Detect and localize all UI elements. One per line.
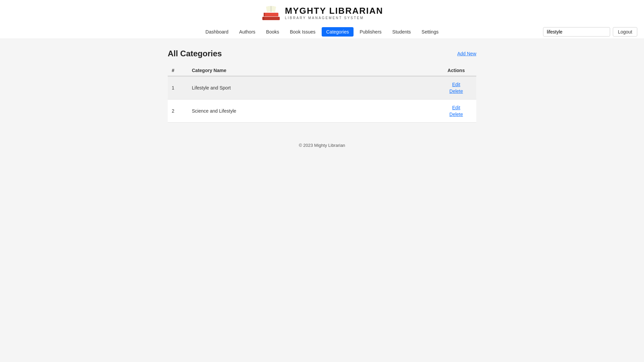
footer: © 2023 Mighty Librarian <box>0 133 644 158</box>
header: MYGHTY LIBRARIAN LIBRARY MANAGEMENT SYST… <box>0 0 644 39</box>
table-row: 1Lifestyle and SportEditDelete <box>168 76 476 100</box>
footer-text: © 2023 Mighty Librarian <box>299 143 345 148</box>
delete-link[interactable]: Delete <box>449 112 463 117</box>
table-header-row: # Category Name Actions <box>168 65 476 76</box>
svg-rect-0 <box>262 17 280 20</box>
row-actions: EditDelete <box>436 100 476 123</box>
logo-area: MYGHTY LIBRARIAN LIBRARY MANAGEMENT SYST… <box>261 3 383 22</box>
table-row: 2Science and LifestyleEditDelete <box>168 100 476 123</box>
col-number: # <box>168 65 188 76</box>
search-input[interactable] <box>543 27 610 37</box>
edit-link[interactable]: Edit <box>452 82 460 87</box>
nav-area: Dashboard Authors Books Book Issues Cate… <box>0 25 644 39</box>
delete-link[interactable]: Delete <box>449 88 463 94</box>
nav-links: Dashboard Authors Books Book Issues Cate… <box>201 27 443 37</box>
logout-button[interactable]: Logout <box>613 27 637 37</box>
nav-books[interactable]: Books <box>261 27 284 37</box>
nav-categories[interactable]: Categories <box>322 27 354 37</box>
col-category-name: Category Name <box>188 65 436 76</box>
nav-dashboard[interactable]: Dashboard <box>201 27 233 37</box>
nav-right: Logout <box>543 27 637 37</box>
logo-text: MYGHTY LIBRARIAN LIBRARY MANAGEMENT SYST… <box>285 6 383 20</box>
nav-book-issues[interactable]: Book Issues <box>285 27 320 37</box>
svg-rect-1 <box>264 13 278 16</box>
page-title: All Categories <box>168 49 222 58</box>
svg-rect-2 <box>263 17 264 20</box>
row-category-name: Science and Lifestyle <box>188 100 436 123</box>
nav-authors[interactable]: Authors <box>234 27 260 37</box>
row-actions: EditDelete <box>436 76 476 100</box>
categories-table: # Category Name Actions 1Lifestyle and S… <box>168 65 476 123</box>
row-category-name: Lifestyle and Sport <box>188 76 436 100</box>
row-number: 1 <box>168 76 188 100</box>
nav-settings[interactable]: Settings <box>417 27 443 37</box>
edit-link[interactable]: Edit <box>452 105 460 110</box>
add-new-link[interactable]: Add New <box>457 51 476 56</box>
main-content: All Categories Add New # Category Name A… <box>161 49 483 123</box>
logo-subtitle: LIBRARY MANAGEMENT SYSTEM <box>285 16 383 20</box>
table-container: # Category Name Actions 1Lifestyle and S… <box>168 65 476 123</box>
nav-publishers[interactable]: Publishers <box>355 27 386 37</box>
page-header: All Categories Add New <box>168 49 476 58</box>
col-actions: Actions <box>436 65 476 76</box>
logo-icon <box>261 3 281 22</box>
svg-rect-3 <box>264 13 265 16</box>
logo-title: MYGHTY LIBRARIAN <box>285 6 383 16</box>
row-number: 2 <box>168 100 188 123</box>
nav-students[interactable]: Students <box>388 27 416 37</box>
